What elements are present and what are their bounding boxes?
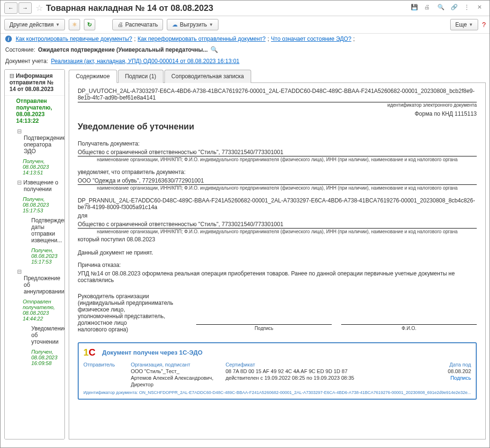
doc-heading: Уведомление об уточнении bbox=[78, 122, 477, 132]
signature-block-label: Руководитель организации (индивидуальный… bbox=[78, 293, 182, 333]
tree-root[interactable]: Информация отправителя № 14 от 08.08.202… bbox=[5, 70, 64, 96]
state-label: Состояние: bbox=[5, 46, 35, 53]
nav-forward-button[interactable]: → bbox=[18, 2, 32, 14]
chevron-down-icon: ▼ bbox=[209, 22, 213, 27]
nav-back-button[interactable]: ← bbox=[4, 2, 18, 14]
tab-cover-note[interactable]: Сопроводительная записка bbox=[164, 70, 251, 83]
for-label: для bbox=[78, 212, 477, 219]
footer-cert-valid: действителен с 19.09.2022 08:25 по 19.09… bbox=[226, 375, 354, 381]
tree-item-receipt-notice[interactable]: Извещение о получении bbox=[5, 177, 64, 194]
tree-status: Получен, 08.08.2023 15:17:53 bbox=[5, 194, 64, 215]
logo-1c-icon: 1С bbox=[83, 347, 96, 358]
help-link-1[interactable]: Как контролировать первичные документы? bbox=[16, 36, 132, 42]
tree-item-clarification[interactable]: Уведомление об уточнении bbox=[5, 323, 64, 347]
footer-org-label: Организация, подписант bbox=[131, 362, 216, 367]
sender-sublabel: наименование организации, ИНН/КПП; Ф.И.О… bbox=[78, 185, 477, 191]
signature-field: Подпись bbox=[196, 324, 332, 331]
file-ref: DP_PRANNUL_2AL-E7ADDC60-D48C-489C-BBAA-F… bbox=[78, 197, 477, 210]
recipient-sublabel: наименование организации, ИНН/КПП; Ф.И.О… bbox=[78, 157, 477, 162]
hierarchy-button[interactable]: ⚛ bbox=[69, 19, 80, 30]
preview-icon[interactable]: 🔍 bbox=[437, 4, 446, 12]
footer-date: 08.08.202 bbox=[448, 368, 471, 374]
tree-status: Получен, 08.08.2023 16:09:58 bbox=[5, 347, 64, 368]
footer-org: ООО "Стиль"_Тест_ bbox=[131, 368, 216, 374]
notifies-text: уведомляет, что отправитель документа: bbox=[78, 169, 477, 175]
tree-panel: Информация отправителя № 14 от 08.08.202… bbox=[4, 69, 65, 439]
tree-item-annul[interactable]: Предложение об аннулировании bbox=[5, 266, 64, 297]
help-link-2[interactable]: Как переформировать отправленный докумен… bbox=[137, 36, 265, 42]
footer-cert-label: Сертификат bbox=[226, 362, 354, 367]
for-org: Общество с ограниченной ответственностью… bbox=[78, 221, 477, 229]
footer-title: Документ получен через 1С-ЭДО bbox=[102, 349, 202, 356]
close-icon[interactable]: ✕ bbox=[477, 4, 486, 12]
chevron-down-icon: ▼ bbox=[55, 22, 60, 27]
page-title: Товарная накладная № 14 от 08.08.2023 bbox=[46, 3, 411, 13]
tree-status: Получен, 08.08.2023 14:13:51 bbox=[5, 156, 64, 177]
reason-text: УПД №14 от 08.08.2023 оформлена реальная… bbox=[78, 270, 477, 283]
help-icon[interactable]: ? bbox=[482, 21, 486, 28]
tree-sent-status: Отправлен получателю, 08.08.2023 14:13:2… bbox=[5, 96, 64, 126]
more-button[interactable]: Еще▼ bbox=[450, 19, 478, 30]
search-icon[interactable]: 🔍 bbox=[210, 46, 218, 53]
tree-status: Отправлен получателю, 08.08.2023 14:44:2… bbox=[5, 297, 64, 323]
toolbar: Другие действия▼ ⚛ ↻ 🖨Распечатать ☁Выгру… bbox=[0, 16, 490, 34]
doc-ref-label: Документ учета: bbox=[5, 58, 48, 64]
doc-ref-row: Документ учета: Реализация (акт, накладн… bbox=[0, 55, 490, 69]
print-button[interactable]: 🖨Распечатать bbox=[112, 19, 163, 30]
footer-date-label: Дата под bbox=[448, 362, 471, 367]
other-actions-button[interactable]: Другие действия▼ bbox=[4, 19, 65, 30]
help-links: i Как контролировать первичные документы… bbox=[0, 34, 490, 44]
tab-content[interactable]: Содержимое bbox=[69, 70, 117, 83]
tree-item-operator-confirm[interactable]: Подтверждение оператора ЭДО bbox=[5, 126, 64, 156]
for-sublabel: наименование организации, ИНН/КПП; Ф.И.О… bbox=[78, 229, 477, 234]
reason-label: Причина отказа: bbox=[78, 262, 477, 268]
print-icon[interactable]: 🖨 bbox=[424, 4, 433, 12]
save-icon[interactable]: 💾 bbox=[411, 4, 419, 12]
document-viewer: DP_UVUTOCH_2AL-A7303297-E6CA-4BD6-A738-4… bbox=[69, 83, 486, 439]
footer-signer: Артемов Алексей Александрович, bbox=[131, 375, 216, 381]
more-icon[interactable]: ⋮ bbox=[464, 4, 472, 12]
upload-icon: ☁ bbox=[172, 21, 178, 28]
upload-button[interactable]: ☁Выгрузить▼ bbox=[167, 19, 218, 30]
help-link-3[interactable]: Что означает состояние ЭДО? bbox=[271, 36, 352, 42]
recipient-label: Получатель документа: bbox=[78, 140, 477, 147]
footer-sign-link[interactable]: Подпись bbox=[448, 375, 471, 381]
doc-identifier: DP_UVUTOCH_2AL-A7303297-E6CA-4BD6-A738-4… bbox=[78, 88, 477, 102]
doc-ref-link[interactable]: Реализация (акт, накладная, УПД) ОД00-00… bbox=[51, 58, 239, 64]
tab-signatures[interactable]: Подписи (1) bbox=[118, 70, 163, 83]
state-value: Ожидается подтверждение (Универсальный п… bbox=[38, 46, 208, 53]
footer-cert: 08 7A 8D 00 15 AF 49 92 4C 4A AF 9C ED 9… bbox=[226, 368, 354, 374]
link-icon[interactable]: 🔗 bbox=[451, 4, 459, 12]
footer-sender-label: Отправитель bbox=[83, 362, 121, 367]
rejected-text: Данный документ не принят. bbox=[78, 249, 477, 256]
footer-role: Директор bbox=[131, 382, 216, 387]
printer-icon: 🖨 bbox=[118, 21, 123, 28]
chevron-down-icon: ▼ bbox=[469, 22, 473, 27]
edo-footer: 1С Документ получен через 1С-ЭДО Отправи… bbox=[78, 342, 477, 400]
sender-value: ООО "Одежда и обувь", 7729163630/7729010… bbox=[78, 177, 477, 185]
info-icon: i bbox=[5, 36, 12, 42]
hierarchy-icon: ⚛ bbox=[72, 21, 77, 28]
recipient-value: Общество с ограниченной ответственностью… bbox=[78, 149, 477, 156]
tree-status: Получен, 08.08.2023 15:17:53 bbox=[5, 246, 64, 266]
refresh-button[interactable]: ↻ bbox=[84, 19, 95, 30]
form-code: Форма по КНД 1115113 bbox=[78, 110, 477, 117]
state-row: Состояние: Ожидается подтверждение (Унив… bbox=[0, 44, 490, 55]
window-header: ← → ☆ Товарная накладная № 14 от 08.08.2… bbox=[0, 0, 490, 16]
refresh-icon: ↻ bbox=[87, 21, 92, 28]
tab-bar: Содержимое Подписи (1) Сопроводительная … bbox=[69, 69, 486, 83]
received-text: который поступил 08.08.2023 bbox=[78, 236, 477, 243]
fio-field: Ф.И.О. bbox=[341, 324, 477, 331]
favorite-icon[interactable]: ☆ bbox=[36, 3, 43, 13]
doc-id-caption: идентификатор электронного документа bbox=[78, 102, 477, 108]
footer-doc-id: Идентификатор документа: ON_NSCHFDOPPR_2… bbox=[83, 390, 471, 395]
tree-item-date-confirm[interactable]: Подтверждение даты отправки извещени... bbox=[5, 215, 64, 246]
